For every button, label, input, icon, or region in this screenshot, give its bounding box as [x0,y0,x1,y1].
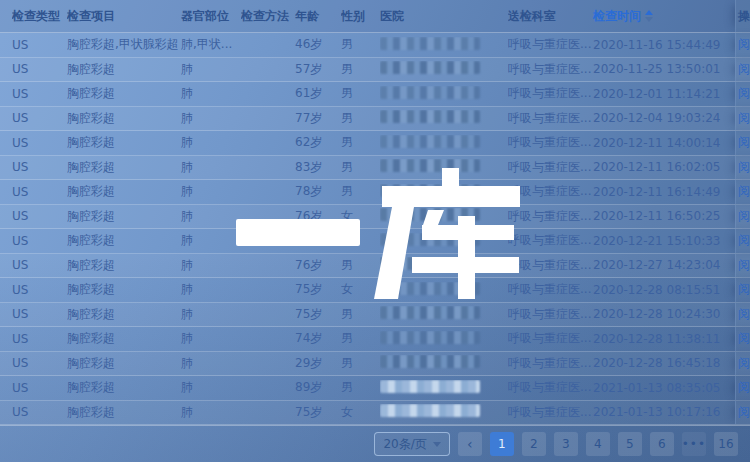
dept-cell: 呼吸与重症医... [508,306,593,323]
view-images-link[interactable]: 阅片 [738,183,750,200]
view-images-link[interactable]: 阅片 [738,232,750,249]
hospital-redacted-block [380,208,480,221]
view-images-link[interactable]: 阅片 [738,281,750,298]
organ-cell: 肺,甲状... [181,36,241,53]
exam-list-screen: 检查类型 检查项目 器官部位 检查方法 年龄 性别 医院 送检科室 检查时间 操… [0,0,750,462]
exam-time-cell: 2020-12-27 14:23:04 [593,258,735,272]
column-header-exam-time[interactable]: 检查时间 [593,8,735,25]
exam-item-cell: 胸腔彩超 [67,379,181,396]
prev-page-button[interactable]: ‹ [458,432,482,456]
page-number-button[interactable]: 4 [586,432,610,456]
organ-cell: 肺 [181,232,241,249]
action-cell: 阅片 [735,131,750,155]
dept-cell: 呼吸与重症医... [508,281,593,298]
hospital-cell [380,135,508,151]
table-body: US 胸腔彩超,甲状腺彩超 肺,甲状... 46岁 男 呼吸与重症医... 20… [0,33,750,425]
gender-cell: 男 [341,61,380,78]
hospital-cell [380,355,508,371]
age-cell: 78岁 [295,183,341,200]
exam-item-cell: 胸腔彩超 [67,330,181,347]
exam-item-cell: 胸腔彩超 [67,85,181,102]
column-header-action: 操作 [735,0,750,32]
page-number-button[interactable]: 3 [554,432,578,456]
sort-ascending-icon[interactable] [645,10,653,22]
dept-cell: 呼吸与重症医... [508,159,593,176]
organ-cell: 肺 [181,355,241,372]
more-pages-button[interactable]: ••• [682,432,706,456]
hospital-redacted-block [380,331,480,344]
action-cell: 阅片 [735,229,750,253]
view-images-link[interactable]: 阅片 [738,36,750,53]
exam-type-cell: US [12,111,67,125]
page-number-button[interactable]: 5 [618,432,642,456]
view-images-link[interactable]: 阅片 [738,85,750,102]
exam-time-header-label: 检查时间 [593,8,641,25]
view-images-link[interactable]: 阅片 [738,208,750,225]
exam-item-cell: 胸腔彩超 [67,404,181,421]
column-header-organ: 器官部位 [181,8,241,25]
exam-time-cell: 2021-01-13 10:17:16 [593,405,735,419]
exam-time-cell: 2020-12-28 08:15:51 [593,283,735,297]
view-images-link[interactable]: 阅片 [738,61,750,78]
view-images-link[interactable]: 阅片 [738,404,750,421]
view-images-link[interactable]: 阅片 [738,355,750,372]
table-row: US 胸腔彩超 肺 66岁 男 呼吸与重症医... 2020-12-21 15:… [0,229,750,254]
hospital-cell [380,233,508,249]
page-number-button[interactable]: 1 [490,432,514,456]
action-cell: 阅片 [735,205,750,229]
hospital-redacted-block [380,110,480,123]
view-images-link[interactable]: 阅片 [738,110,750,127]
hospital-redacted-block [380,404,480,417]
exam-item-cell: 胸腔彩超 [67,281,181,298]
hospital-cell [380,404,508,420]
view-images-link[interactable]: 阅片 [738,379,750,396]
hospital-redacted-block [380,37,480,50]
table-row: US 胸腔彩超 肺 75岁 女 呼吸与重症医... 2021-01-13 10:… [0,401,750,426]
organ-cell: 肺 [181,61,241,78]
table-header-row: 检查类型 检查项目 器官部位 检查方法 年龄 性别 医院 送检科室 检查时间 操… [0,0,750,33]
gender-cell: 男 [341,257,380,274]
hospital-cell [380,380,508,396]
exam-table: 检查类型 检查项目 器官部位 检查方法 年龄 性别 医院 送检科室 检查时间 操… [0,0,750,425]
column-header-hospital: 医院 [380,8,508,25]
organ-cell: 肺 [181,208,241,225]
action-cell: 阅片 [735,303,750,327]
view-images-link[interactable]: 阅片 [738,306,750,323]
hospital-redacted-block [380,159,480,172]
action-cell: 阅片 [735,58,750,82]
table-row: US 胸腔彩超 肺 57岁 男 呼吸与重症医... 2020-11-25 13:… [0,58,750,83]
view-images-link[interactable]: 阅片 [738,257,750,274]
exam-time-cell: 2020-12-28 10:24:30 [593,307,735,321]
dept-cell: 呼吸与重症医... [508,61,593,78]
organ-cell: 肺 [181,85,241,102]
table-row: US 胸腔彩超 肺 76岁 女 呼吸与重症医... 2020-12-11 16:… [0,205,750,230]
exam-type-cell: US [12,62,67,76]
page-number-button[interactable]: 2 [522,432,546,456]
page-size-select[interactable]: 20条/页 [374,432,449,456]
exam-type-cell: US [12,405,67,419]
exam-item-cell: 胸腔彩超 [67,208,181,225]
hospital-redacted-block [380,184,480,197]
exam-type-cell: US [12,136,67,150]
exam-item-cell: 胸腔彩超 [67,355,181,372]
exam-type-cell: US [12,356,67,370]
organ-cell: 肺 [181,330,241,347]
table-row: US 胸腔彩超 肺 76岁 男 呼吸与重症医... 2020-12-27 14:… [0,254,750,279]
last-page-button[interactable]: 16 [714,432,738,456]
exam-type-cell: US [12,332,67,346]
age-cell: 29岁 [295,355,341,372]
action-cell: 阅片 [735,376,750,400]
organ-cell: 肺 [181,183,241,200]
view-images-link[interactable]: 阅片 [738,134,750,151]
hospital-cell [380,86,508,102]
dept-cell: 呼吸与重症医... [508,232,593,249]
page-number-button[interactable]: 6 [650,432,674,456]
dept-cell: 呼吸与重症医... [508,36,593,53]
exam-item-cell: 胸腔彩超 [67,232,181,249]
organ-cell: 肺 [181,306,241,323]
organ-cell: 肺 [181,281,241,298]
age-cell: 76岁 [295,257,341,274]
view-images-link[interactable]: 阅片 [738,330,750,347]
table-row: US 胸腔彩超 肺 61岁 男 呼吸与重症医... 2020-12-01 11:… [0,82,750,107]
view-images-link[interactable]: 阅片 [738,159,750,176]
